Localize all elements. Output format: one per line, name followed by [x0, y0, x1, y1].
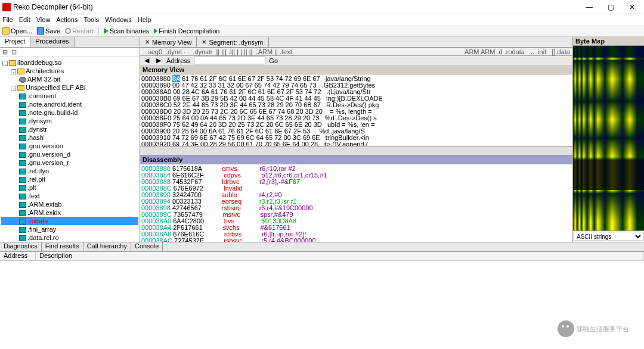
- toggle-icon[interactable]: -: [11, 86, 16, 91]
- maximize-button[interactable]: ▢: [601, 1, 620, 13]
- toggle-icon[interactable]: -: [2, 61, 8, 66]
- project-tree[interactable]: -libantidebug.so-ArchitecturesARM 32-bit…: [0, 57, 140, 242]
- open-button[interactable]: Open...: [2, 27, 32, 35]
- tree-node--data-rel-ro[interactable]: .data.rel.ro: [1, 233, 138, 242]
- tree-node--arm-extab[interactable]: .ARM.extab: [1, 200, 138, 208]
- tree-node--gnu-version[interactable]: .gnu.version: [1, 142, 138, 150]
- restart-icon: [65, 28, 71, 34]
- tree-node--comment[interactable]: .comment: [1, 92, 138, 100]
- tree-node--rel-plt[interactable]: .rel.plt: [1, 175, 138, 183]
- scan-binaries-button[interactable]: Scan binaries: [104, 27, 150, 35]
- tree-label: .note.android.ident: [27, 101, 82, 108]
- tree-tool-icon[interactable]: ⊡: [11, 48, 17, 56]
- menu-bar: FileEditViewActionsToolsWindowsHelp: [0, 14, 644, 25]
- tab-procedures[interactable]: Procedures: [30, 37, 74, 47]
- folder-icon: [17, 85, 24, 91]
- tree-label: .hash: [27, 134, 44, 141]
- tree-tool-icon[interactable]: ⊞: [2, 48, 8, 56]
- menu-actions[interactable]: Actions: [56, 16, 78, 23]
- memory-row[interactable]: 00003920 69 74 3E 00 28 29 56 00 61 70 7…: [141, 141, 571, 146]
- menu-help[interactable]: Help: [138, 16, 151, 23]
- tab-label: Memory View: [152, 39, 191, 46]
- byte-map-mode-select[interactable]: ASCII strings: [574, 232, 643, 241]
- bottom-tab-console[interactable]: Console: [131, 242, 163, 251]
- gear-icon: [19, 77, 26, 83]
- minimize-button[interactable]: —: [580, 1, 599, 13]
- restart-button[interactable]: Restart: [65, 27, 93, 35]
- tree-node--note-android-ident[interactable]: .note.android.ident: [1, 100, 138, 108]
- close-button[interactable]: ✕: [623, 1, 642, 13]
- play-icon: [104, 28, 109, 34]
- memory-section: Memory View 00003880 8A 61 76 61 2F 6C 6…: [140, 66, 572, 242]
- disassembly-view[interactable]: 00003880 6176618A cmvs r6,r10,ror #20000…: [140, 164, 572, 242]
- tree-node--arm-exidx[interactable]: .ARM.exidx: [1, 208, 138, 217]
- tree-label: ARM 32-bit: [27, 76, 60, 83]
- tree-node--rodata[interactable]: .rodata: [1, 217, 138, 225]
- seg-icon: [19, 110, 26, 116]
- tree-node--fini-array[interactable]: .fini_array: [1, 225, 138, 233]
- tree-node--dynsym[interactable]: .dynsym: [1, 117, 138, 125]
- bottom-columns: Address Description: [0, 252, 644, 261]
- menu-windows[interactable]: Windows: [105, 16, 132, 23]
- tree-node--note-gnu-build-id[interactable]: .note.gnu.build-id: [1, 108, 138, 117]
- tree-label: .gnu.version: [27, 142, 63, 149]
- toggle-icon[interactable]: -: [11, 69, 16, 74]
- menu-view[interactable]: View: [36, 16, 51, 23]
- center-tab-0[interactable]: ✕Memory View: [140, 37, 197, 47]
- bottom-tab-find-results[interactable]: Find results: [42, 242, 83, 251]
- col-description[interactable]: Description: [36, 252, 644, 260]
- bottom-tab-call-hierarchy[interactable]: Call hierarchy: [83, 242, 131, 251]
- menu-edit[interactable]: Edit: [19, 16, 30, 23]
- tree-node-unspecified-elf-abi[interactable]: -Unspecified ELF ABI: [1, 83, 138, 92]
- finish-decompilation-button[interactable]: Finish Decompilation: [154, 27, 219, 35]
- bottom-tabs: DiagnosticsFind resultsCall hierarchyCon…: [0, 242, 644, 252]
- center-pane: ✕Memory View✕Segment: .dynsym .seg0 .dyn…: [140, 37, 572, 242]
- memory-view[interactable]: 00003880 8A 61 76 61 2F 6C 61 6E 67 2F 5…: [140, 74, 572, 146]
- close-tab-icon[interactable]: ✕: [145, 39, 150, 45]
- watermark: 哆啦生活服务平台: [558, 320, 629, 337]
- seg-icon: [19, 94, 26, 99]
- seg-icon: [19, 202, 26, 208]
- byte-map[interactable]: [573, 46, 644, 230]
- tree-label: .dynsym: [27, 117, 52, 124]
- center-tab-1[interactable]: ✕Segment: .dynsym: [197, 37, 268, 47]
- address-input[interactable]: [194, 57, 265, 64]
- tree-label: .rel.plt: [27, 176, 45, 183]
- menu-tools[interactable]: Tools: [83, 16, 99, 23]
- byte-map-control: ASCII strings: [573, 230, 644, 242]
- window-title: Reko Decompiler (64-bit): [13, 3, 580, 11]
- tree-label: .gnu.version_r: [27, 159, 69, 166]
- bottom-tab-diagnostics[interactable]: Diagnostics: [0, 242, 42, 251]
- window-controls: — ▢ ✕: [580, 1, 642, 13]
- nav-forward-button[interactable]: ▶: [154, 57, 163, 64]
- close-tab-icon[interactable]: ✕: [202, 39, 206, 45]
- tree-label: .gnu.version_d: [27, 151, 70, 158]
- tree-node--rel-dyn[interactable]: .rel.dyn: [1, 167, 138, 175]
- tree-node-arm-32-bit[interactable]: ARM 32-bit: [1, 75, 138, 83]
- go-button[interactable]: Go: [269, 57, 278, 64]
- save-button[interactable]: Save: [37, 27, 60, 35]
- tree-node--dynstr[interactable]: .dynstr: [1, 125, 138, 133]
- col-address[interactable]: Address: [0, 252, 36, 260]
- tree-node--text[interactable]: .text: [1, 192, 138, 200]
- tree-node-libantidebug-so[interactable]: -libantidebug.so: [1, 58, 138, 67]
- tree-node--plt[interactable]: .plt: [1, 183, 138, 192]
- seg-icon: [19, 119, 26, 124]
- tree-node--gnu-version-r[interactable]: .gnu.version_r: [1, 158, 138, 167]
- tree-node-architectures[interactable]: -Architectures: [1, 67, 138, 75]
- folder-icon: [9, 60, 16, 66]
- tree-label: libantidebug.so: [17, 59, 61, 66]
- toolbar: Open... Save Restart Scan binaries Finis…: [0, 25, 644, 37]
- tree-node--hash[interactable]: .hash: [1, 133, 138, 142]
- tree-node--gnu-version-d[interactable]: .gnu.version_d: [1, 150, 138, 158]
- menu-file[interactable]: File: [2, 16, 13, 23]
- nav-back-button[interactable]: ◀: [143, 57, 151, 64]
- disasm-row[interactable]: 000038AC 7274532F rsbsvc r5,r4,#&BC00000…: [141, 238, 571, 242]
- address-bar: ◀ ▶ Address Go: [140, 56, 572, 66]
- tab-project[interactable]: Project: [0, 37, 30, 47]
- tree-label: .rel.dyn: [27, 167, 49, 174]
- center-tabs: ✕Memory View✕Segment: .dynsym: [140, 37, 572, 48]
- segment-ruler: .seg0 .dynrl · · .dynstr || ||| .l|| | |…: [140, 48, 572, 56]
- tree-label: .note.gnu.build-id: [27, 109, 78, 116]
- disassembly-header: Disassembly: [140, 155, 572, 164]
